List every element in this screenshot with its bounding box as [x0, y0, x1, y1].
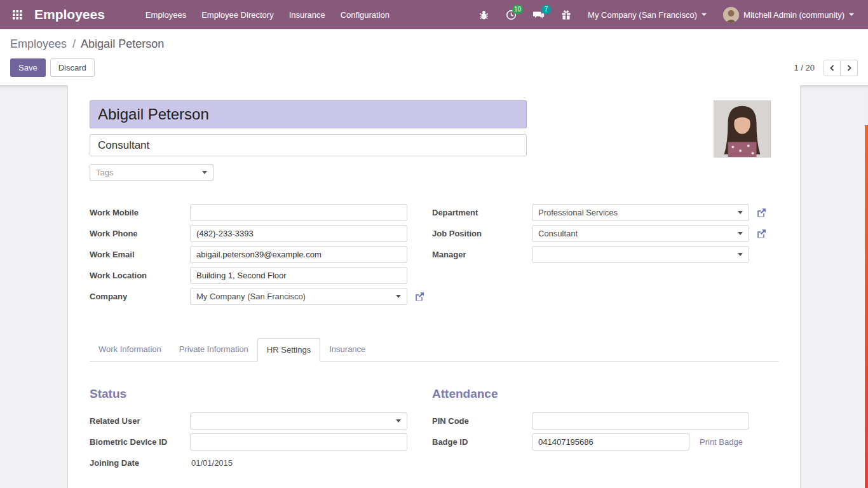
status-group: Status Related User Biometric Device ID … — [90, 387, 432, 475]
field-row-work-email: Work Email — [90, 246, 432, 263]
print-badge-link[interactable]: Print Badge — [700, 437, 743, 447]
chevron-left-icon — [829, 64, 836, 72]
external-link-icon — [414, 291, 425, 302]
company-select-value: My Company (San Francisco) — [196, 292, 306, 301]
joining-date-value: 01/01/2015 — [190, 458, 233, 468]
related-user-label: Related User — [90, 416, 190, 426]
manager-select[interactable] — [532, 246, 749, 263]
tab-private-information[interactable]: Private Information — [170, 338, 257, 362]
pager-count: 1 / 20 — [794, 63, 815, 72]
work-phone-input[interactable] — [190, 225, 407, 242]
gift-icon — [561, 10, 571, 20]
job-position-external-link[interactable] — [756, 228, 767, 239]
app-title[interactable]: Employees — [34, 7, 105, 22]
activities-menu[interactable]: 10 — [501, 6, 522, 24]
pager-previous-button[interactable] — [824, 60, 841, 76]
caret-down-icon — [738, 253, 743, 256]
external-link-icon — [756, 207, 767, 218]
control-panel-buttons: Save Discard 1 / 20 — [10, 52, 858, 85]
department-select-value: Professional Services — [538, 208, 618, 217]
attendance-group-title: Attendance — [432, 387, 778, 401]
pin-code-input[interactable] — [532, 412, 749, 430]
employee-photo-wrap[interactable] — [714, 100, 771, 181]
field-row-department: Department Professional Services — [432, 204, 778, 221]
field-row-job-position: Job Position Consultant — [432, 225, 778, 242]
breadcrumb: Employees / Abigail Peterson — [10, 29, 858, 52]
work-phone-label: Work Phone — [90, 229, 190, 238]
user-name: Mitchell Admin (community) — [743, 10, 844, 20]
control-panel: Employees / Abigail Peterson Save Discar… — [0, 29, 868, 85]
pager: 1 / 20 — [794, 60, 858, 76]
job-position-label: Job Position — [432, 229, 532, 238]
caret-down-icon — [396, 295, 401, 298]
job-position-select[interactable]: Consultant — [532, 225, 749, 242]
employee-name-input[interactable] — [90, 100, 527, 128]
sheet-header: Tags — [90, 100, 778, 181]
menu-configuration[interactable]: Configuration — [333, 1, 397, 29]
user-menu[interactable]: Mitchell Admin (community) — [718, 3, 859, 27]
work-location-label: Work Location — [90, 271, 190, 280]
menu-employee-directory[interactable]: Employee Directory — [194, 1, 281, 29]
field-row-biometric-id: Biometric Device ID — [90, 433, 432, 451]
systray: 10 7 My Company (San Francisco) — [473, 3, 859, 27]
badge-id-input[interactable] — [532, 433, 689, 451]
job-title-input[interactable] — [90, 134, 527, 156]
company-external-link[interactable] — [414, 291, 425, 302]
apps-menu-icon[interactable] — [9, 6, 25, 23]
chevron-right-icon — [845, 64, 853, 72]
fields-area: Work Mobile Work Phone Work Email Work L… — [90, 204, 778, 309]
left-field-column: Work Mobile Work Phone Work Email Work L… — [90, 204, 432, 309]
activities-badge: 10 — [512, 5, 523, 14]
company-select[interactable]: My Company (San Francisco) — [190, 288, 407, 305]
job-position-select-value: Consultant — [538, 229, 578, 238]
related-user-select[interactable] — [190, 412, 407, 430]
user-avatar — [723, 7, 739, 23]
save-button[interactable]: Save — [10, 58, 46, 77]
breadcrumb-current: Abigail Peterson — [81, 37, 164, 50]
avatar-image — [723, 7, 739, 23]
field-row-company: Company My Company (San Francisco) — [90, 288, 432, 305]
rewards-menu[interactable] — [556, 6, 576, 24]
manager-label: Manager — [432, 250, 532, 259]
work-email-input[interactable] — [190, 246, 407, 263]
external-link-icon — [756, 228, 767, 239]
company-name: My Company (San Francisco) — [588, 10, 697, 20]
status-group-title: Status — [90, 387, 432, 401]
menu-insurance[interactable]: Insurance — [281, 1, 333, 29]
notebook-tabs: Work Information Private Information HR … — [90, 338, 778, 362]
company-switcher[interactable]: My Company (San Francisco) — [583, 6, 712, 24]
department-select[interactable]: Professional Services — [532, 204, 749, 221]
tab-work-information[interactable]: Work Information — [90, 338, 170, 362]
tab-hr-settings[interactable]: HR Settings — [257, 338, 320, 362]
breadcrumb-parent[interactable]: Employees — [10, 37, 67, 50]
tab-insurance[interactable]: Insurance — [320, 338, 374, 362]
pager-buttons — [824, 60, 858, 76]
field-row-badge-id: Badge ID Print Badge — [432, 433, 778, 451]
field-row-manager: Manager — [432, 246, 778, 263]
tags-placeholder: Tags — [96, 168, 113, 177]
discard-button[interactable]: Discard — [50, 58, 95, 77]
badge-id-label: Badge ID — [432, 437, 532, 447]
biometric-id-label: Biometric Device ID — [90, 437, 190, 447]
menu-employees[interactable]: Employees — [138, 1, 194, 29]
field-row-work-location: Work Location — [90, 267, 432, 284]
debug-menu[interactable] — [473, 6, 494, 24]
caret-down-icon — [202, 171, 207, 174]
caret-down-icon — [738, 232, 743, 235]
biometric-id-input[interactable] — [190, 433, 407, 451]
header-fields: Tags — [90, 100, 527, 181]
department-external-link[interactable] — [756, 207, 767, 218]
right-field-column: Department Professional Services Job Pos… — [432, 204, 778, 309]
messages-menu[interactable]: 7 — [528, 6, 550, 24]
pager-next-button[interactable] — [841, 60, 858, 76]
breadcrumb-separator: / — [72, 37, 76, 50]
scrollbar[interactable] — [865, 125, 868, 488]
tags-select[interactable]: Tags — [90, 164, 214, 181]
work-location-input[interactable] — [190, 267, 407, 284]
department-label: Department — [432, 208, 532, 217]
form-sheet: Tags Work Mobile — [67, 85, 801, 488]
form-view-container: Tags Work Mobile — [0, 85, 868, 488]
caret-down-icon — [702, 13, 707, 16]
caret-down-icon — [396, 419, 401, 423]
work-mobile-input[interactable] — [190, 204, 407, 221]
